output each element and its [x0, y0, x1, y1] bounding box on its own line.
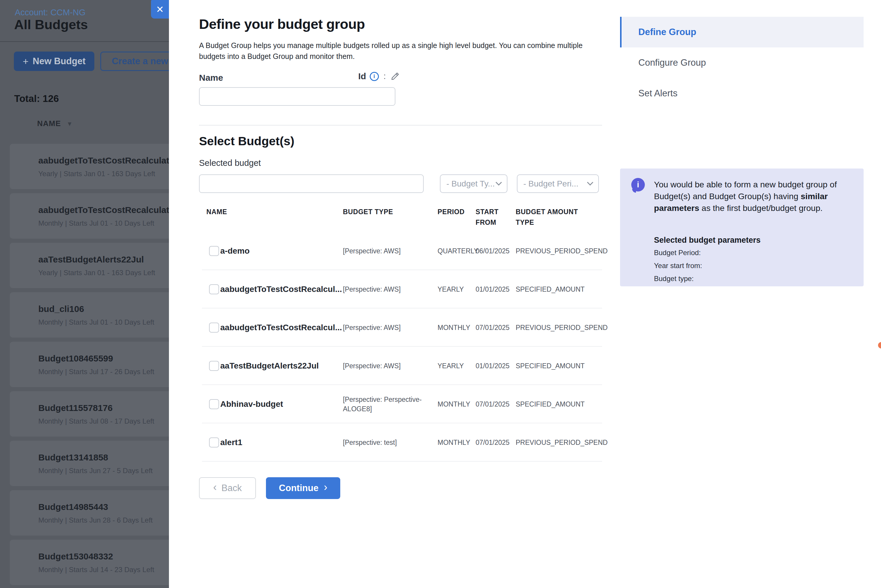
back-label: Back — [221, 483, 242, 494]
table-header-cell: NAME — [206, 207, 227, 218]
budget-table: a-demo[Perspective: AWS]QUARTERLY06/01/2… — [199, 232, 602, 462]
cell-budget-type: [Perspective: Perspective-ALOGE8] — [343, 395, 436, 414]
cell-name: aabudgetToTestCostRecalcul... — [220, 323, 342, 332]
parameter-line: Year start from: — [654, 262, 702, 270]
table-row[interactable]: alert1[Perspective: test]MONTHLY07/01/20… — [199, 423, 602, 462]
row-checkbox[interactable] — [209, 322, 219, 333]
cell-name: a-demo — [220, 246, 250, 256]
id-colon: : — [382, 72, 387, 81]
cell-start-from: 07/01/2025 — [476, 324, 510, 332]
info-icon[interactable]: i — [370, 72, 379, 81]
back-button[interactable]: ‹ Back — [199, 477, 256, 499]
budget-group-modal: Define your budget group A Budget Group … — [169, 0, 881, 588]
page-title: All Budgets — [14, 17, 88, 32]
modal-description-line: A Budget Group helps you manage multiple… — [199, 40, 583, 51]
cell-budget-amount-type: PREVIOUS_PERIOD_SPEND — [516, 324, 608, 332]
table-header-row: NAMEBUDGET TYPEPERIODSTART FROMBUDGET AM… — [199, 207, 602, 232]
table-row[interactable]: a-demo[Perspective: AWS]QUARTERLY06/01/2… — [199, 232, 602, 270]
row-checkbox[interactable] — [209, 246, 219, 256]
new-budget-label: New Budget — [33, 56, 86, 67]
row-checkbox[interactable] — [209, 399, 219, 409]
info-panel-text: You would be able to form a new budget g… — [654, 178, 863, 214]
selected-budget-label: Selected budget — [199, 158, 261, 168]
cell-name: alert1 — [220, 438, 242, 447]
close-button[interactable]: ✕ — [151, 0, 169, 18]
account-breadcrumb[interactable]: Account: CCM-NG — [15, 8, 86, 17]
name-column-header[interactable]: NAME ▾ — [37, 119, 72, 128]
plus-icon: + — [23, 56, 29, 67]
parameter-line: Budget type: — [654, 274, 702, 283]
modal-description-line: budgets into a Budget Group and monitor … — [199, 51, 583, 62]
close-icon: ✕ — [156, 4, 164, 15]
section-divider — [199, 125, 602, 126]
cell-name: Abhinav-budget — [220, 399, 283, 409]
cell-period: QUARTERLY — [437, 247, 478, 255]
name-label: Name — [199, 73, 223, 83]
table-header-cell: START FROM — [476, 207, 510, 228]
modal-description: A Budget Group helps you manage multiple… — [199, 40, 583, 62]
wizard-step-set-alerts[interactable]: Set Alerts — [620, 78, 864, 109]
cell-budget-amount-type: SPECIFIED_AMOUNT — [516, 362, 585, 370]
total-count: Total: 126 — [14, 93, 59, 104]
cell-name: aabudgetToTestCostRecalcul... — [220, 285, 342, 294]
group-name-input[interactable] — [199, 87, 395, 106]
continue-button[interactable]: Continue › — [266, 477, 340, 499]
cell-period: YEARLY — [437, 285, 464, 293]
table-header-cell: BUDGET AMOUNT TYPE — [516, 207, 582, 228]
table-header-cell: BUDGET TYPE — [343, 207, 393, 218]
budget-period-filter-value: - Budget Peri... — [523, 179, 579, 189]
chevron-left-icon: ‹ — [213, 482, 217, 494]
budget-period-filter[interactable]: - Budget Peri... — [517, 174, 599, 193]
name-column-label: NAME — [37, 119, 61, 128]
selected-parameters-list: Budget Period:Year start from:Budget typ… — [654, 249, 702, 288]
budget-type-filter-value: - Budget Ty... — [447, 179, 495, 189]
row-checkbox[interactable] — [209, 361, 219, 371]
parameter-line: Budget Period: — [654, 249, 702, 257]
cell-start-from: 07/01/2025 — [476, 439, 510, 447]
sort-caret-icon: ▾ — [68, 120, 72, 128]
cell-period: MONTHLY — [437, 400, 470, 408]
table-row[interactable]: aabudgetToTestCostRecalcul...[Perspectiv… — [199, 270, 602, 308]
cell-period: MONTHLY — [437, 439, 470, 447]
table-row[interactable]: aabudgetToTestCostRecalcul...[Perspectiv… — [199, 308, 602, 347]
continue-label: Continue — [279, 483, 319, 494]
cell-start-from: 07/01/2025 — [476, 400, 510, 408]
cell-budget-type: [Perspective: AWS] — [343, 246, 436, 256]
chevron-down-icon — [496, 179, 502, 186]
screen: Account: CCM-NG All Budgets + New Budget… — [0, 0, 881, 588]
row-checkbox[interactable] — [209, 438, 219, 447]
id-group: Id i : — [358, 71, 400, 81]
row-checkbox[interactable] — [209, 284, 219, 294]
cell-start-from: 01/01/2025 — [476, 285, 510, 293]
table-row[interactable]: Abhinav-budget[Perspective: Perspective-… — [199, 385, 602, 423]
new-budget-button[interactable]: + New Budget — [14, 51, 94, 71]
edit-icon[interactable] — [390, 72, 400, 81]
cell-start-from: 06/01/2025 — [476, 247, 510, 255]
wizard-step-define-group[interactable]: Define Group — [620, 17, 864, 47]
cell-budget-amount-type: SPECIFIED_AMOUNT — [516, 285, 585, 293]
table-header-cell: PERIOD — [437, 207, 465, 218]
cell-name: aaTestBudgetAlerts22Jul — [220, 361, 319, 370]
cell-budget-amount-type: SPECIFIED_AMOUNT — [516, 400, 585, 408]
selected-budget-input[interactable] — [199, 174, 424, 193]
info-panel: i You would be able to form a new budget… — [620, 168, 864, 286]
id-label: Id — [358, 71, 366, 81]
budget-type-filter[interactable]: - Budget Ty... — [440, 174, 507, 193]
select-budgets-title: Select Budget(s) — [199, 134, 295, 148]
cell-period: YEARLY — [437, 362, 464, 370]
cell-budget-type: [Perspective: AWS] — [343, 323, 436, 332]
chevron-right-icon: › — [324, 482, 327, 494]
cell-budget-type: [Perspective: AWS] — [343, 361, 436, 370]
wizard-steps: Define GroupConfigure GroupSet Alerts — [620, 17, 864, 109]
info-bubble-icon: i — [631, 178, 645, 192]
modal-title: Define your budget group — [199, 16, 365, 32]
cell-period: MONTHLY — [437, 324, 470, 332]
wizard-step-configure-group[interactable]: Configure Group — [620, 47, 864, 78]
selected-parameters-title: Selected budget parameters — [654, 236, 761, 245]
header-divider — [0, 41, 177, 42]
cell-budget-amount-type: PREVIOUS_PERIOD_SPEND — [516, 247, 608, 255]
table-row[interactable]: aaTestBudgetAlerts22Jul[Perspective: AWS… — [199, 347, 602, 385]
cell-budget-amount-type: PREVIOUS_PERIOD_SPEND — [516, 439, 608, 447]
cell-budget-type: [Perspective: test] — [343, 438, 436, 447]
cell-start-from: 01/01/2025 — [476, 362, 510, 370]
